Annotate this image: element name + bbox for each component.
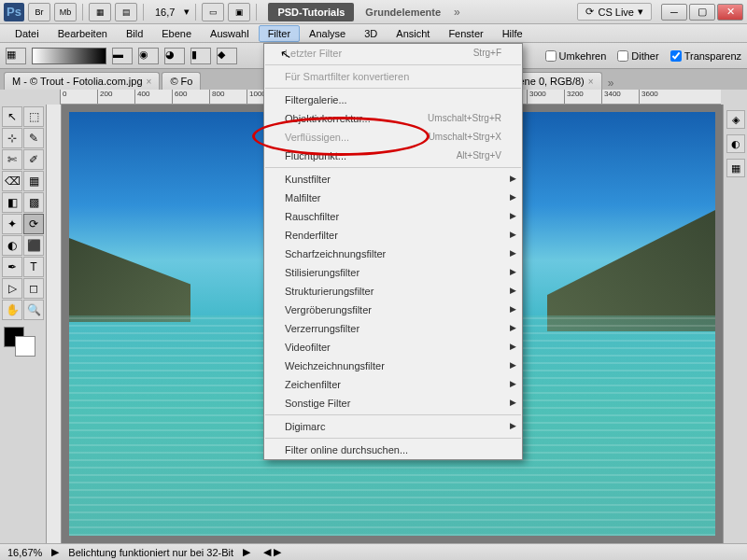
workspace-more-icon[interactable]: »: [454, 6, 460, 19]
tabs-overflow-icon[interactable]: »: [608, 77, 614, 90]
menu-ebene[interactable]: Ebene: [152, 25, 201, 42]
dither-checkbox[interactable]: Dither: [617, 50, 658, 62]
image-content: [69, 238, 190, 322]
menu-digimarc[interactable]: Digimarc▶: [264, 417, 522, 436]
gradient-tool[interactable]: ⟳: [23, 214, 44, 234]
status-bar: 16,67% ▶ Belichtung funktioniert nur bei…: [0, 543, 747, 560]
screenmode-button[interactable]: ▣: [228, 3, 250, 21]
crop-tool[interactable]: ✄: [2, 149, 22, 170]
close-button[interactable]: ✕: [717, 4, 743, 21]
background-color[interactable]: [15, 336, 35, 357]
menu-filter-online[interactable]: Filter online durchsuchen...: [264, 441, 522, 459]
adjustments-panel-icon[interactable]: ◐: [726, 134, 745, 153]
menu-kunstfilter[interactable]: Kunstfilter▶: [264, 170, 522, 189]
panel-dock: ◈ ◐ ▦: [723, 105, 747, 543]
menu-fluchtpunkt[interactable]: Fluchtpunkt...Alt+Strg+V: [264, 147, 522, 165]
stamp-tool[interactable]: ◧: [2, 192, 22, 213]
eyedropper-tool[interactable]: ✐: [23, 149, 44, 170]
status-zoom[interactable]: 16,67%: [7, 547, 42, 558]
menu-hilfe[interactable]: Hilfe: [493, 25, 532, 42]
workspace-psdtutorials[interactable]: PSD-Tutorials: [268, 3, 354, 21]
gradient-preview[interactable]: [32, 48, 106, 64]
toolbox: ↖ ⬚ ⊹ ✎ ✄ ✐ ⌫ ▦ ◧ ▩ ✦ ⟳ ◐ ⬛ ✒ T ▷ ◻ ✋ 🔍: [0, 105, 47, 543]
menu-malfilter[interactable]: Malfilter▶: [264, 189, 522, 207]
menu-bild[interactable]: Bild: [117, 25, 152, 42]
close-icon[interactable]: ×: [147, 77, 152, 87]
menu-rauschfilter[interactable]: Rauschfilter▶: [264, 207, 522, 226]
gradient-linear[interactable]: ▬: [112, 48, 133, 64]
type-tool[interactable]: T: [23, 257, 44, 277]
gradient-radial[interactable]: ◉: [138, 48, 159, 64]
document-tab-1[interactable]: M - © Trout - Fotolia.com.jpg×: [4, 72, 160, 90]
healing-tool[interactable]: ⌫: [2, 171, 22, 191]
photoshop-icon: Ps: [4, 3, 24, 21]
brush-tool[interactable]: ▦: [23, 171, 44, 191]
transparenz-checkbox[interactable]: Transparenz: [670, 50, 741, 62]
filter-menu-dropdown: Letzter FilterStrg+F Für Smartfilter kon…: [263, 43, 523, 460]
menu-scharfzeichnungsfilter[interactable]: Scharfzeichnungsfilter▶: [264, 245, 522, 263]
menu-last-filter: Letzter FilterStrg+F: [264, 44, 522, 63]
styles-panel-icon[interactable]: ▦: [726, 159, 745, 177]
arrange-button[interactable]: ▭: [202, 3, 224, 21]
menu-weichzeichnungsfilter[interactable]: Weichzeichnungsfilter▶: [264, 357, 522, 375]
close-icon[interactable]: ×: [588, 77, 594, 87]
hand-tool[interactable]: ✋: [2, 300, 22, 320]
maximize-button[interactable]: ▢: [689, 4, 715, 21]
lasso-tool[interactable]: ⊹: [2, 128, 22, 148]
status-message: Belichtung funktioniert nur bei 32-Bit: [68, 547, 233, 558]
menu-objektivkorrektur[interactable]: Objektivkorrektur...Umschalt+Strg+R: [264, 109, 522, 128]
dodge-tool[interactable]: ⬛: [23, 235, 44, 256]
menu-verfluessigen: Verflüssigen...Umschalt+Strg+X: [264, 128, 522, 147]
menu-strukturierungsfilter[interactable]: Strukturierungsfilter▶: [264, 282, 522, 301]
menu-bearbeiten[interactable]: Bearbeiten: [49, 25, 117, 42]
view-extras-button[interactable]: ▦: [89, 3, 111, 21]
image-content: [547, 210, 715, 331]
minimize-button[interactable]: ─: [661, 4, 687, 21]
workspace-grundelemente[interactable]: Grundelemente: [365, 7, 441, 18]
layers-panel-icon[interactable]: ◈: [726, 110, 745, 129]
menu-renderfilter[interactable]: Renderfilter▶: [264, 226, 522, 245]
menu-datei[interactable]: Datei: [6, 25, 49, 42]
wand-tool[interactable]: ✎: [23, 128, 44, 148]
color-swatches[interactable]: [2, 327, 44, 360]
umkehren-checkbox[interactable]: Umkehren: [545, 50, 607, 62]
menu-bar: Datei Bearbeiten Bild Ebene Auswahl Filt…: [0, 24, 747, 43]
minibridge-button[interactable]: Mb: [54, 3, 77, 21]
path-tool[interactable]: ▷: [2, 278, 22, 299]
menu-videofilter[interactable]: Videofilter▶: [264, 338, 522, 357]
view-grid-button[interactable]: ▤: [115, 3, 137, 21]
move-tool[interactable]: ↖: [2, 106, 22, 127]
menu-stilisierungsfilter[interactable]: Stilisierungsfilter▶: [264, 263, 522, 282]
menu-smartfilter: Für Smartfilter konvertieren: [264, 67, 522, 86]
zoom-tool[interactable]: 🔍: [23, 300, 44, 320]
gradient-angle[interactable]: ◕: [164, 48, 185, 64]
eraser-tool[interactable]: ✦: [2, 214, 22, 234]
blur-tool[interactable]: ◐: [2, 235, 22, 256]
bridge-button[interactable]: Br: [28, 3, 50, 21]
menu-vergroeberungsfilter[interactable]: Vergröberungsfilter▶: [264, 301, 522, 319]
menu-ansicht[interactable]: Ansicht: [387, 25, 439, 42]
menu-analyse[interactable]: Analyse: [300, 25, 355, 42]
menu-sonstige-filter[interactable]: Sonstige Filter▶: [264, 394, 522, 413]
menu-verzerrungsfilter[interactable]: Verzerrungsfilter▶: [264, 319, 522, 338]
menu-filter[interactable]: Filter: [259, 25, 300, 42]
tool-preset-button[interactable]: ▦: [6, 48, 26, 64]
menu-3d[interactable]: 3D: [355, 25, 387, 42]
gradient-diamond[interactable]: ◆: [217, 48, 237, 64]
title-bar: Ps Br Mb ▦ ▤ 16,7▾ ▭ ▣ PSD-Tutorials Gru…: [0, 0, 747, 24]
shape-tool[interactable]: ◻: [23, 278, 44, 299]
cslive-button[interactable]: ⟳CS Live▾: [577, 3, 652, 21]
document-tab-2[interactable]: © Fo: [162, 72, 201, 90]
menu-zeichenfilter[interactable]: Zeichenfilter▶: [264, 375, 522, 394]
history-brush-tool[interactable]: ▩: [23, 192, 44, 213]
menu-fenster[interactable]: Fenster: [439, 25, 492, 42]
marquee-tool[interactable]: ⬚: [23, 106, 44, 127]
gradient-reflected[interactable]: ▮: [190, 48, 211, 64]
vertical-ruler: [47, 105, 62, 543]
menu-auswahl[interactable]: Auswahl: [201, 25, 259, 42]
menu-filtergalerie[interactable]: Filtergalerie...: [264, 91, 522, 109]
zoom-value[interactable]: 16,7: [149, 7, 180, 18]
pen-tool[interactable]: ✒: [2, 257, 22, 277]
